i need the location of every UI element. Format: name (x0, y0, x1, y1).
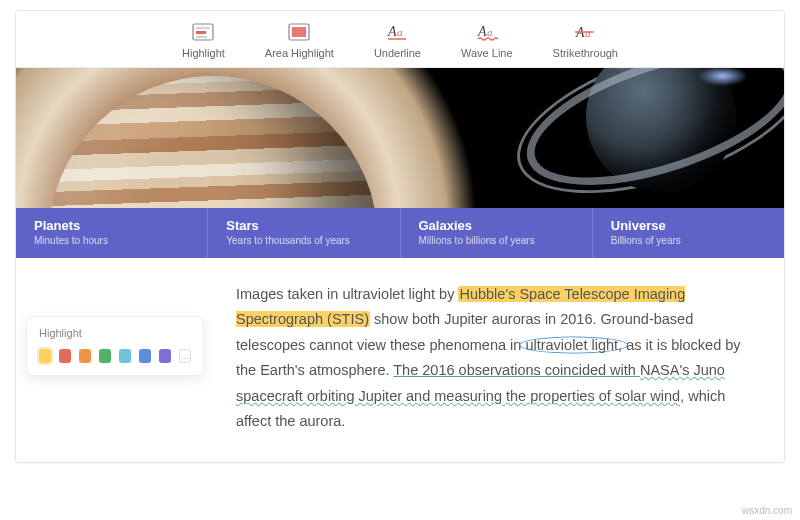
svg-text:a: a (397, 26, 403, 38)
watermark-text: wsxdn.com (742, 505, 792, 516)
more-colors-button[interactable]: … (179, 349, 191, 363)
tool-wave-line[interactable]: Aa Wave Line (455, 19, 519, 61)
tool-label: Wave Line (461, 47, 513, 59)
tool-strikethrough[interactable]: Aa Strikethrough (547, 19, 624, 61)
color-swatch-yellow[interactable] (39, 349, 51, 363)
tool-label: Area Highlight (265, 47, 334, 59)
color-swatch-purple[interactable] (159, 349, 171, 363)
text-run: Images taken in ultraviolet light by (236, 286, 458, 302)
category-subtitle: Millions to billions of years (419, 235, 574, 246)
svg-text:a: a (487, 26, 493, 38)
wave-line-icon: Aa (474, 21, 500, 43)
color-swatch-orange[interactable] (79, 349, 91, 363)
tool-area-highlight[interactable]: Area Highlight (259, 19, 340, 61)
color-swatch-green[interactable] (99, 349, 111, 363)
category-planets[interactable]: Planets Minutes to hours (16, 208, 207, 258)
color-swatch-cyan[interactable] (119, 349, 131, 363)
svg-rect-2 (196, 31, 206, 34)
underline-icon: Aa (384, 21, 410, 43)
circled-text[interactable]: ultraviolet light, (525, 337, 622, 353)
category-bar: Planets Minutes to hours Stars Years to … (16, 208, 784, 258)
area-highlight-icon (286, 21, 312, 43)
annotation-toolbar: Highlight Area Highlight Aa Underline Aa… (16, 11, 784, 68)
category-stars[interactable]: Stars Years to thousands of years (207, 208, 399, 258)
category-title: Galaxies (419, 218, 574, 233)
underlined-text[interactable]: The 2016 observations coincided with (393, 362, 640, 378)
color-swatch-blue[interactable] (139, 349, 151, 363)
category-title: Planets (34, 218, 189, 233)
strikethrough-icon: Aa (572, 21, 598, 43)
svg-text:A: A (387, 24, 397, 39)
color-swatch-red[interactable] (59, 349, 71, 363)
tool-highlight[interactable]: Highlight (176, 19, 231, 61)
panel-title: Highlight (39, 327, 191, 339)
category-subtitle: Years to thousands of years (226, 235, 381, 246)
category-title: Universe (611, 218, 766, 233)
tool-underline[interactable]: Aa Underline (368, 19, 427, 61)
tool-label: Highlight (182, 47, 225, 59)
jupiter-image (48, 76, 378, 208)
highlight-color-panel: Highlight … (26, 316, 204, 376)
category-subtitle: Billions of years (611, 235, 766, 246)
saturn-image (566, 68, 756, 208)
tool-label: Strikethrough (553, 47, 618, 59)
color-swatch-row: … (39, 349, 191, 363)
category-universe[interactable]: Universe Billions of years (592, 208, 784, 258)
category-title: Stars (226, 218, 381, 233)
svg-rect-5 (292, 27, 306, 37)
tool-label: Underline (374, 47, 421, 59)
highlight-icon (190, 21, 216, 43)
category-subtitle: Minutes to hours (34, 235, 189, 246)
svg-text:A: A (477, 24, 487, 39)
app-window: Highlight Area Highlight Aa Underline Aa… (15, 10, 785, 463)
hero-image (16, 68, 784, 208)
body-paragraph[interactable]: Images taken in ultraviolet light by Hub… (236, 282, 756, 434)
category-galaxies[interactable]: Galaxies Millions to billions of years (400, 208, 592, 258)
svg-text:a: a (585, 27, 591, 39)
